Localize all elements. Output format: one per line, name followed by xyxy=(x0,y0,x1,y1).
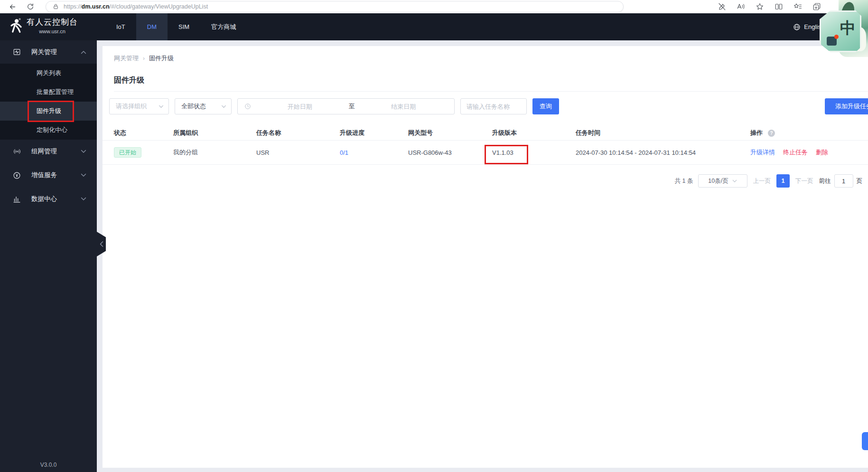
end-date-input[interactable] xyxy=(358,103,450,110)
services-icon xyxy=(13,171,21,179)
chevron-down-icon xyxy=(732,179,737,183)
chevron-left-icon xyxy=(100,241,103,247)
clock-icon xyxy=(244,103,251,110)
help-icon[interactable]: ? xyxy=(768,130,775,137)
tab-sim[interactable]: SIM xyxy=(168,13,200,40)
query-button[interactable]: 查询 xyxy=(532,98,559,114)
language-switcher[interactable]: English xyxy=(793,13,824,40)
prev-page-button[interactable]: 上一页 xyxy=(752,177,772,185)
app-header: 有人云控制台 www.usr.cn IoT DM SIM 官方商城 Englis… xyxy=(0,13,868,40)
goto-page-input[interactable] xyxy=(834,174,853,188)
url-path: /#/cloud/gateway/ViewUpgradeUpList xyxy=(110,3,208,10)
cell-version: V1.1.03 xyxy=(492,149,576,156)
col-header-status: 状态 xyxy=(114,129,173,137)
sidebar-item-batch-config[interactable]: 批量配置管理 xyxy=(0,83,97,102)
col-header-org: 所属组织 xyxy=(173,129,256,137)
split-screen-icon[interactable] xyxy=(775,2,783,11)
data-chart-icon xyxy=(13,195,21,203)
cell-actions: 升级详情 终止任务 删除 xyxy=(750,148,868,157)
tab-dm[interactable]: DM xyxy=(136,13,168,40)
sidebar-item-firmware-upgrade[interactable]: 固件升级 xyxy=(0,102,97,121)
cell-status: 已开始 xyxy=(114,147,173,158)
main-panel: 网关管理 › 固件升级 固件升级 请选择组织 全部状态 至 查询 添 xyxy=(103,46,868,468)
add-upgrade-task-button[interactable]: 添加升级任务 xyxy=(825,98,868,114)
col-header-actions-label: 操作 xyxy=(750,129,763,137)
date-range-picker[interactable]: 至 xyxy=(237,98,455,114)
tab-iot[interactable]: IoT xyxy=(105,13,136,40)
address-bar[interactable]: https://dm.usr.cn/#/cloud/gateway/ViewUp… xyxy=(46,1,624,12)
chevron-up-icon xyxy=(81,50,86,54)
chevron-down-icon xyxy=(159,105,164,108)
top-nav: IoT DM SIM 官方商城 xyxy=(105,13,247,40)
terminate-task-link[interactable]: 终止任务 xyxy=(783,148,808,157)
org-select-placeholder: 请选择组织 xyxy=(116,102,147,111)
status-select-value: 全部状态 xyxy=(181,102,206,111)
sidebar-group-services[interactable]: 增值服务 xyxy=(0,163,97,187)
brand: 有人云控制台 www.usr.cn xyxy=(27,17,78,34)
col-header-progress: 升级进度 xyxy=(340,129,408,137)
task-name-input[interactable] xyxy=(460,98,527,114)
col-header-model: 网关型号 xyxy=(408,129,492,137)
url-scheme: https:// xyxy=(64,3,82,10)
content-area: 网关管理 › 固件升级 固件升级 请选择组织 全部状态 至 查询 添 xyxy=(97,40,868,472)
breadcrumb-separator-icon: › xyxy=(143,55,145,62)
col-header-version: 升级版本 xyxy=(492,129,576,137)
network-icon xyxy=(13,148,21,155)
browser-back-button[interactable] xyxy=(7,1,18,12)
page-size-select[interactable]: 10条/页 xyxy=(698,174,747,188)
sidebar-group-label: 组网管理 xyxy=(31,147,57,156)
cell-model: USR-G806w-43 xyxy=(408,149,492,156)
cell-org: 我的分组 xyxy=(173,148,256,157)
col-header-task: 任务名称 xyxy=(256,129,340,137)
breadcrumb-parent[interactable]: 网关管理 xyxy=(114,54,139,63)
lock-icon xyxy=(53,3,59,10)
pagination-total: 共 1 条 xyxy=(675,177,693,185)
next-page-button[interactable]: 下一页 xyxy=(794,177,814,185)
status-badge: 已开始 xyxy=(114,147,141,158)
current-page-button[interactable]: 1 xyxy=(776,174,790,188)
cell-time: 2024-07-30 10:14:54 - 2024-07-31 10:14:5… xyxy=(576,149,750,156)
start-date-input[interactable] xyxy=(254,103,346,110)
floating-side-widget[interactable] xyxy=(862,432,868,450)
sidebar-group-datacenter[interactable]: 数据中心 xyxy=(0,187,97,211)
collections-icon[interactable] xyxy=(812,2,821,11)
sidebar-item-gateway-list[interactable]: 网关列表 xyxy=(0,64,97,83)
stylus-off-icon[interactable] xyxy=(718,2,726,11)
upgrade-detail-link[interactable]: 升级详情 xyxy=(750,148,775,157)
progress-link[interactable]: 0/1 xyxy=(340,149,348,156)
favorite-star-icon[interactable] xyxy=(756,2,764,11)
sidebar: 网关管理 网关列表 批量配置管理 固件升级 定制化中心 组网管理 增值服务 数据… xyxy=(0,40,97,472)
brand-title: 有人云控制台 xyxy=(27,17,78,28)
language-label: English xyxy=(804,23,824,30)
tab-mall[interactable]: 官方商城 xyxy=(200,13,247,40)
date-range-to-label: 至 xyxy=(346,102,358,111)
breadcrumb-current: 固件升级 xyxy=(149,54,174,63)
favorites-bar-icon[interactable] xyxy=(793,2,802,11)
page-size-value: 10条/页 xyxy=(708,177,728,185)
pagination: 共 1 条 10条/页 上一页 1 下一页 前往 页 xyxy=(675,174,862,188)
goto-page: 前往 页 xyxy=(819,174,863,188)
status-select[interactable]: 全部状态 xyxy=(175,98,232,114)
sidebar-item-customization[interactable]: 定制化中心 xyxy=(0,121,97,140)
sidebar-group-label: 增值服务 xyxy=(31,171,57,179)
sidebar-group-gateway[interactable]: 网关管理 xyxy=(0,40,97,64)
col-header-time: 任务时间 xyxy=(576,129,750,137)
delete-link[interactable]: 删除 xyxy=(816,148,828,157)
globe-icon xyxy=(793,23,801,31)
org-select[interactable]: 请选择组织 xyxy=(109,98,169,114)
sidebar-version: V3.0.0 xyxy=(0,462,97,468)
sidebar-group-label: 数据中心 xyxy=(31,195,57,203)
breadcrumb: 网关管理 › 固件升级 xyxy=(114,54,174,63)
chevron-down-icon xyxy=(81,173,86,177)
chevron-down-icon xyxy=(81,150,86,153)
brand-subtitle: www.usr.cn xyxy=(27,28,78,34)
read-aloud-icon[interactable] xyxy=(737,2,745,11)
cell-task: USR xyxy=(256,149,340,156)
col-header-actions: 操作 ? xyxy=(750,129,868,137)
sidebar-group-networking[interactable]: 组网管理 xyxy=(0,140,97,163)
browser-toolbar: https://dm.usr.cn/#/cloud/gateway/ViewUp… xyxy=(0,0,868,13)
title-divider xyxy=(114,91,868,92)
sidebar-group-label: 网关管理 xyxy=(31,48,57,57)
browser-reload-button[interactable] xyxy=(25,1,36,12)
chevron-down-icon xyxy=(221,105,226,108)
